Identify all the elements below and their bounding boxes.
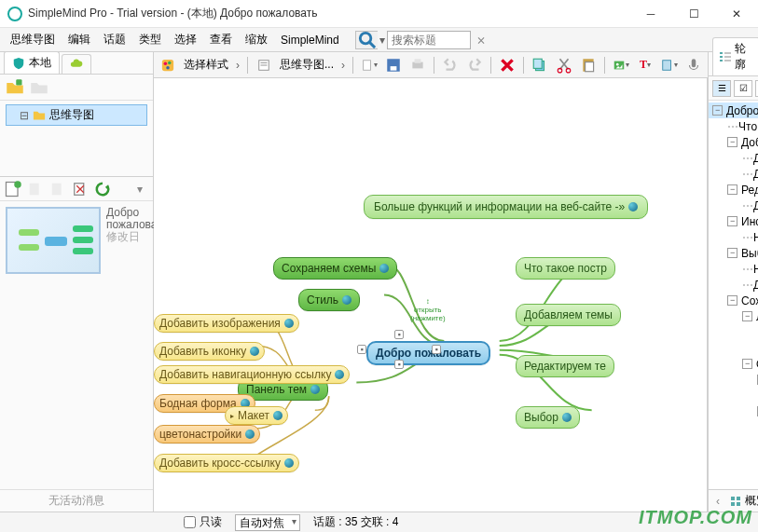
outline-check-button[interactable]: ☑ (734, 80, 752, 97)
search-icon[interactable] (355, 31, 378, 49)
handle-left[interactable]: ▪ (357, 345, 366, 354)
outline-row[interactable]: ⋯Добавить связанну (709, 166, 758, 182)
node-banner[interactable]: Больше функций и информации на веб-сайте… (364, 195, 648, 219)
node-addcross[interactable]: Добавить кросс-ссылку (154, 454, 299, 472)
image-button[interactable]: ▾ (611, 55, 631, 75)
undo-button[interactable] (440, 55, 461, 75)
map-list-button[interactable] (254, 55, 274, 75)
outline-row[interactable]: −Сохраняем схемы (709, 293, 758, 308)
menu-type[interactable]: 类型 (132, 29, 168, 50)
paste-button[interactable] (578, 55, 599, 75)
node-select[interactable]: Выбор (516, 406, 580, 429)
handle-top[interactable]: ▪ (394, 330, 404, 339)
maximize-button[interactable]: ☐ (672, 0, 715, 28)
outline-row[interactable]: −Инструмент перен (709, 213, 758, 229)
node-save[interactable]: Сохраняем схемы (273, 257, 397, 280)
outline-row[interactable]: −Облака (709, 356, 758, 372)
copy-map-button[interactable] (26, 180, 45, 198)
expand-toggle[interactable]: − (727, 137, 737, 147)
sidebar-tab-cloud[interactable] (62, 54, 91, 74)
outline-row[interactable]: ⋯Сохранено толь (709, 324, 758, 340)
outline-row[interactable]: −Google Drive (709, 403, 758, 419)
node-addimg[interactable]: Добавить изображения (154, 314, 299, 333)
close-button[interactable]: ✕ (715, 0, 758, 28)
menu-view[interactable]: 查看 (203, 29, 239, 50)
style-picker-button[interactable] (158, 55, 178, 75)
refresh-button[interactable] (93, 180, 112, 198)
tab-outline[interactable]: 轮廓 (712, 37, 758, 75)
folder-settings-button[interactable] (30, 78, 48, 97)
node-colors[interactable]: цветонастройки (154, 425, 260, 443)
handle-right[interactable]: ▪ (432, 345, 441, 354)
outline-tree[interactable]: −Добро пожаловать⋯Что такое построение−Д… (709, 101, 758, 489)
expand-toggle[interactable]: − (742, 359, 752, 369)
text-color-button[interactable]: T▾ (635, 55, 655, 75)
print-button[interactable] (407, 55, 428, 75)
outline-row[interactable]: −Выбор (709, 245, 758, 261)
outline-row[interactable]: ⋯Делайте резерв (709, 340, 758, 356)
new-button[interactable]: ▾ (359, 55, 379, 75)
outline-row[interactable]: −Добавляем темы (709, 134, 758, 150)
outline-view-button[interactable]: ☰ (712, 80, 731, 97)
expand-toggle[interactable]: − (727, 295, 737, 306)
menu-edit[interactable]: 编辑 (62, 29, 97, 50)
tree-root-item[interactable]: ⊟ 思维导图 (6, 104, 147, 126)
mindmap-canvas[interactable]: Больше функций и информации на веб-сайте… (154, 78, 708, 512)
node-edit[interactable]: Редактируем те (516, 355, 614, 377)
search-input[interactable] (387, 31, 471, 49)
handle-bottom[interactable]: ▪ (394, 360, 404, 369)
node-addicon[interactable]: Добавить иконку (154, 342, 265, 361)
tab-overview[interactable]: 概览 (724, 491, 758, 511)
menu-mindmap[interactable]: 思维导图 (4, 29, 62, 50)
expand-toggle[interactable]: − (727, 216, 737, 226)
voice-button[interactable] (683, 55, 704, 75)
delete-button[interactable] (497, 55, 517, 75)
outline-row[interactable]: ⋯Настройте пере (709, 229, 758, 245)
expand-toggle[interactable]: − (727, 184, 737, 195)
link-button[interactable]: ▾ (659, 55, 680, 75)
node-center[interactable]: Добро пожаловать (366, 341, 490, 365)
outline-row[interactable]: ⋯Добавить дочернюю (709, 150, 758, 166)
outline-row[interactable]: −Dropbox (709, 372, 758, 388)
delete-map-button[interactable] (71, 180, 90, 198)
thumb-more-button[interactable]: ▾ (131, 180, 149, 198)
expand-toggle[interactable]: − (742, 311, 752, 321)
expand-toggle[interactable]: − (712, 105, 723, 116)
readonly-checkbox[interactable]: 只读 (184, 514, 222, 530)
menu-simplemind[interactable]: SimpleMind (274, 31, 346, 49)
node-style[interactable]: Стиль (298, 289, 360, 311)
redo-button[interactable] (464, 55, 485, 75)
save-button[interactable] (383, 55, 404, 75)
outline-row[interactable]: ⋯Автосинхр. н (709, 388, 758, 403)
expand-toggle[interactable]: − (727, 248, 737, 258)
menu-select[interactable]: 选择 (168, 29, 203, 50)
outline-row[interactable]: ⋯Двойное касание р (709, 198, 758, 213)
outline-row[interactable]: −Редактируем текст (709, 182, 758, 198)
node-layout[interactable]: ▸ Макет (225, 406, 288, 425)
copy-button[interactable] (530, 55, 550, 75)
node-what[interactable]: Что такое постр (516, 257, 615, 280)
folder-tree[interactable]: ⊟ 思维导图 (0, 101, 153, 177)
outline-row[interactable]: −Локально (709, 308, 758, 324)
outline-row[interactable]: ⋯Долгое нажатие на (709, 277, 758, 293)
cut-button[interactable] (554, 55, 574, 75)
sidebar-tab-local[interactable]: 本地 (4, 51, 60, 74)
menu-topic[interactable]: 话题 (97, 29, 132, 50)
autofocus-select[interactable]: 自动对焦 (235, 514, 300, 531)
import-map-button[interactable] (48, 180, 67, 198)
chevron-left-icon[interactable]: ‹ (712, 495, 724, 508)
map-thumbnail[interactable] (6, 207, 101, 274)
menu-zoom[interactable]: 缩放 (239, 29, 274, 50)
node-add-themes[interactable]: Добавляем темы (516, 304, 621, 326)
outline-row[interactable]: ⋯Что такое построение (709, 118, 758, 134)
new-map-button[interactable] (4, 180, 22, 198)
search-clear-icon[interactable]: ⨯ (471, 30, 491, 50)
map-label[interactable]: 思维导图... (278, 57, 336, 73)
node-addnav[interactable]: Добавить навигационную ссылку (154, 365, 350, 384)
new-folder-button[interactable] (6, 78, 24, 97)
outline-row[interactable]: ⋯Нажмите для выбо (709, 261, 758, 277)
minimize-button[interactable]: ─ (629, 0, 672, 28)
style-label[interactable]: 选择样式 (182, 57, 230, 73)
outline-row[interactable]: ⋯В облаке хра (709, 419, 758, 435)
outline-row[interactable]: −Добро пожаловать (709, 102, 758, 118)
